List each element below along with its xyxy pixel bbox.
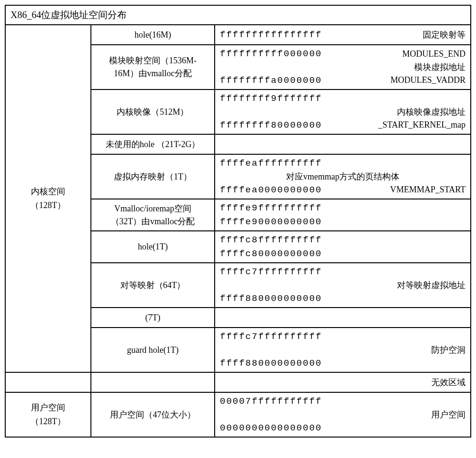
table-row: 虚拟内存映射（1T）ffffeaffffffffff对应vmemmap方式的页结… <box>91 155 470 199</box>
address-note: 防护空洞 <box>431 344 466 357</box>
address-value: ffffeaffffffffff <box>220 157 322 170</box>
region-label: Vmalloc/ioremap空间（32T）由vmalloc分配 <box>91 199 215 230</box>
user-label: 用户空间 （128T） <box>6 393 91 437</box>
kernel-label: 内核空间 （128T） <box>6 25 91 372</box>
table-row: 内核映像（512M）ffffffff9fffffff内核映像虚拟地址ffffff… <box>91 90 470 135</box>
address-value: 00007fffffffffff <box>220 395 322 408</box>
region-detail <box>215 308 470 327</box>
address-note: 内核映像虚拟地址 <box>397 106 466 119</box>
table-row: 未使用的hole （21T-2G） <box>91 135 470 155</box>
region-label: (7T) <box>91 308 215 327</box>
region-detail: ffffc7ffffffffff对等映射虚拟地址ffff880000000000 <box>215 263 470 307</box>
table-row: 模块映射空间（1536M-16M）由vmalloc分配ffffffffff000… <box>91 45 470 90</box>
region-detail: ffffe9ffffffffffffffe90000000000 <box>215 199 470 230</box>
region-detail <box>215 135 470 154</box>
region-detail: ffffeaffffffffff对应vmemmap方式的页结构体ffffea00… <box>215 155 470 199</box>
region-label: hole(16M) <box>91 25 215 44</box>
address-value: ffffea0000000000 <box>220 183 322 197</box>
user-detail: 00007fffffffffff用户空间0000000000000000 <box>215 393 470 437</box>
user-section: 用户空间 （128T） 用户空间（47位大小） 00007fffffffffff… <box>6 393 470 437</box>
invalid-section: 无效区域 <box>6 373 470 393</box>
address-note: 对等映射虚拟地址 <box>397 279 466 292</box>
invalid-left <box>6 373 91 392</box>
address-note: MODULES_VADDR <box>390 74 466 87</box>
address-value: ffffffffffffffff <box>220 28 322 42</box>
table-row: hole(16M)ffffffffffffffff固定映射等 <box>91 25 470 45</box>
region-label: 对等映射（64T） <box>91 263 215 307</box>
region-label: 未使用的hole （21T-2G） <box>91 135 215 154</box>
region-detail: ffffffffffffffff固定映射等 <box>215 25 470 44</box>
address-note: VMEMMAP_START <box>390 183 466 196</box>
address-value: ffffc80000000000 <box>220 247 322 261</box>
region-detail: ffffffffff000000MODULES_END模块虚拟地址fffffff… <box>215 45 470 89</box>
address-note: MODULES_END <box>402 48 466 60</box>
user-mid: 用户空间（47位大小） <box>91 393 215 437</box>
region-label: 模块映射空间（1536M-16M）由vmalloc分配 <box>91 45 215 89</box>
address-value: ffffc8ffffffffff <box>220 233 322 247</box>
region-label: 内核映像（512M） <box>91 90 215 134</box>
address-value: ffffffff80000000 <box>220 119 322 132</box>
address-value: ffffc7ffffffffff <box>220 265 322 279</box>
region-label: hole(1T) <box>91 231 215 262</box>
address-value: ffff880000000000 <box>220 292 322 306</box>
address-value: ffffffffff000000 <box>220 47 322 61</box>
table-row: hole(1T)ffffc8ffffffffffffffc80000000000 <box>91 231 470 263</box>
kernel-rows: hole(16M)ffffffffffffffff固定映射等模块映射空间（153… <box>91 25 470 372</box>
region-label: guard hole(1T) <box>91 328 215 372</box>
table-row: 对等映射（64T）ffffc7ffffffffff对等映射虚拟地址ffff880… <box>91 263 470 308</box>
address-value: ffffe90000000000 <box>220 215 322 229</box>
address-space-table: X86_64位虚拟地址空间分布 内核空间 （128T） hole(16M)fff… <box>5 5 471 438</box>
invalid-mid <box>91 373 215 392</box>
table-row: Vmalloc/ioremap空间（32T）由vmalloc分配ffffe9ff… <box>91 199 470 231</box>
address-note: _START_KERNEL_map <box>378 119 466 131</box>
region-detail: ffffffff9fffffff内核映像虚拟地址ffffffff80000000… <box>215 90 470 134</box>
kernel-section: 内核空间 （128T） hole(16M)ffffffffffffffff固定映… <box>6 25 470 373</box>
table-title: X86_64位虚拟地址空间分布 <box>6 6 470 25</box>
table-row: guard hole(1T)ffffc7ffffffffff防护空洞ffff88… <box>91 328 470 372</box>
region-detail: ffffc8ffffffffffffffc80000000000 <box>215 231 470 262</box>
center-note: 对应vmemmap方式的页结构体 <box>220 170 466 183</box>
address-value: ffff880000000000 <box>220 357 322 370</box>
address-note: 模块虚拟地址 <box>414 61 466 74</box>
address-value: ffffc7ffffffffff <box>220 330 322 344</box>
address-note: 用户空间 <box>431 408 466 421</box>
region-detail: ffffc7ffffffffff防护空洞ffff880000000000 <box>215 328 470 372</box>
address-note: 固定映射等 <box>423 29 466 41</box>
region-label: 虚拟内存映射（1T） <box>91 155 215 199</box>
address-value: ffffffff9fffffff <box>220 92 322 106</box>
address-value: ffffffffa0000000 <box>220 74 322 88</box>
invalid-note: 无效区域 <box>431 376 466 389</box>
address-value: ffffe9ffffffffff <box>220 201 322 215</box>
table-row: (7T) <box>91 308 470 328</box>
address-value: 0000000000000000 <box>220 421 322 435</box>
